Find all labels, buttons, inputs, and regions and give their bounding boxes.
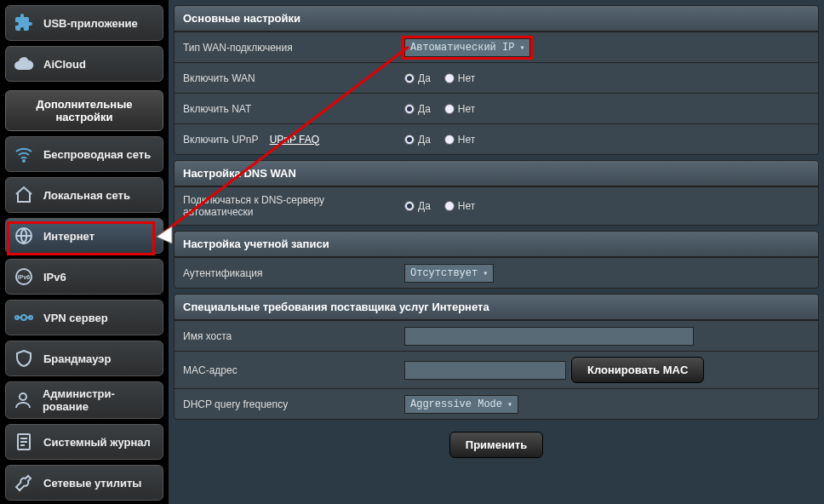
sidebar-label: Брандмауэр — [43, 352, 111, 365]
ipv6-icon: IPv6 — [13, 266, 35, 288]
input-hostname[interactable] — [404, 327, 694, 346]
panel-header-basic: Основные настройки — [175, 6, 818, 32]
label-enable-wan: Включить WAN — [175, 66, 396, 91]
row-enable-upnp: Включить UPnP UPnP FAQ Да Нет — [175, 123, 818, 154]
radio-enable-wan-no[interactable]: Нет — [444, 72, 475, 84]
content: Основные настройки Тип WAN-подключения А… — [169, 0, 824, 504]
home-icon — [13, 184, 35, 206]
panel-isp: Специальные требования поставщика услуг … — [174, 294, 819, 420]
sidebar-label: AiCloud — [43, 58, 86, 71]
sidebar-label: Администри-рование — [43, 387, 156, 413]
wrench-icon — [13, 472, 35, 494]
label-mac: MAC-адрес — [175, 358, 396, 383]
row-wan-type: Тип WAN-подключения Автоматический IP — [175, 32, 818, 62]
cloud-icon — [13, 53, 35, 75]
label-enable-nat: Включить NAT — [175, 96, 396, 122]
radio-dns-auto-no[interactable]: Нет — [444, 200, 475, 212]
log-icon — [13, 431, 35, 453]
sidebar-label: USB-приложение — [43, 17, 138, 30]
sidebar-item-wireless[interactable]: Беспроводная сеть — [5, 136, 163, 172]
shield-icon — [13, 347, 35, 369]
label-dhcp-freq: DHCP query frequency — [175, 392, 396, 417]
svg-point-0 — [23, 160, 25, 162]
panel-account: Настройка учетной записи Аутентификация … — [174, 231, 819, 289]
row-mac: MAC-адрес Клонировать MAC — [175, 351, 818, 388]
radio-enable-upnp-yes[interactable]: Да — [404, 134, 431, 146]
sidebar-label: Интернет — [43, 230, 94, 243]
panel-header-isp: Специальные требования поставщика услуг … — [175, 295, 818, 320]
wifi-icon — [13, 143, 35, 165]
sidebar-label: Сетевые утилиты — [43, 477, 141, 490]
sidebar-item-syslog[interactable]: Системный журнал — [5, 424, 163, 460]
sidebar-item-ipv6[interactable]: IPv6 IPv6 — [5, 259, 163, 295]
sidebar-item-firewall[interactable]: Брандмауэр — [5, 341, 163, 376]
select-value: Aggressive Mode — [410, 398, 502, 410]
globe-icon — [13, 225, 35, 247]
sidebar-label: Беспроводная сеть — [43, 148, 151, 161]
panel-basic: Основные настройки Тип WAN-подключения А… — [174, 5, 819, 155]
sidebar-item-usb-app[interactable]: USB-приложение — [5, 5, 163, 41]
sidebar-label: VPN сервер — [43, 312, 108, 324]
apply-button[interactable]: Применить — [449, 432, 543, 458]
row-enable-wan: Включить WAN Да Нет — [175, 62, 818, 93]
sidebar-item-vpn[interactable]: VPN сервер — [5, 300, 163, 335]
sidebar: USB-приложение AiCloud Дополнительные на… — [0, 0, 169, 504]
row-enable-nat: Включить NAT Да Нет — [175, 93, 818, 123]
sidebar-item-admin[interactable]: Администри-рование — [5, 381, 163, 419]
row-dhcp-freq: DHCP query frequency Aggressive Mode — [175, 388, 818, 419]
sidebar-label: Локальная сеть — [43, 189, 130, 202]
select-auth[interactable]: Отсутствует — [404, 264, 494, 283]
radio-dns-auto-yes[interactable]: Да — [404, 200, 431, 212]
label-auth: Аутентификация — [175, 261, 396, 286]
user-icon — [13, 389, 34, 411]
input-mac[interactable] — [404, 361, 566, 380]
radio-enable-upnp-no[interactable]: Нет — [444, 134, 475, 146]
sidebar-label: Системный журнал — [43, 436, 151, 449]
select-value: Отсутствует — [410, 267, 478, 279]
radio-enable-nat-yes[interactable]: Да — [404, 103, 431, 115]
svg-text:IPv6: IPv6 — [18, 274, 31, 280]
sidebar-item-internet[interactable]: Интернет — [5, 218, 163, 254]
radio-enable-nat-no[interactable]: Нет — [444, 103, 475, 115]
clone-mac-button[interactable]: Клонировать MAC — [571, 357, 704, 383]
panel-header-account: Настройка учетной записи — [175, 232, 818, 257]
label-hostname: Имя хоста — [175, 324, 396, 349]
sidebar-item-nettools[interactable]: Сетевые утилиты — [5, 465, 163, 501]
sidebar-section-title: Дополнительные настройки — [5, 90, 163, 131]
label-dns-auto: Подключаться к DNS-серверу автоматически — [175, 187, 396, 225]
label-enable-upnp: Включить UPnP UPnP FAQ — [175, 127, 396, 152]
svg-point-6 — [21, 315, 26, 320]
sidebar-item-lan[interactable]: Локальная сеть — [5, 177, 163, 213]
panel-dns: Настройка DNS WAN Подключаться к DNS-сер… — [174, 160, 819, 226]
select-wan-type[interactable]: Автоматический IP — [404, 38, 530, 57]
row-auth: Аутентификация Отсутствует — [175, 257, 818, 288]
svg-point-7 — [20, 393, 26, 400]
select-dhcp-freq[interactable]: Aggressive Mode — [404, 395, 518, 414]
sidebar-item-aicloud[interactable]: AiCloud — [5, 46, 163, 82]
puzzle-icon — [13, 12, 35, 34]
vpn-icon — [13, 306, 35, 329]
row-dns-auto: Подключаться к DNS-серверу автоматически… — [175, 186, 818, 225]
radio-enable-wan-yes[interactable]: Да — [404, 72, 431, 84]
panel-header-dns: Настройка DNS WAN — [175, 161, 818, 186]
select-value: Автоматический IP — [410, 42, 514, 54]
label-wan-type: Тип WAN-подключения — [175, 35, 396, 60]
link-upnp-faq[interactable]: UPnP FAQ — [270, 134, 319, 146]
row-hostname: Имя хоста — [175, 320, 818, 351]
sidebar-label: IPv6 — [43, 271, 66, 284]
